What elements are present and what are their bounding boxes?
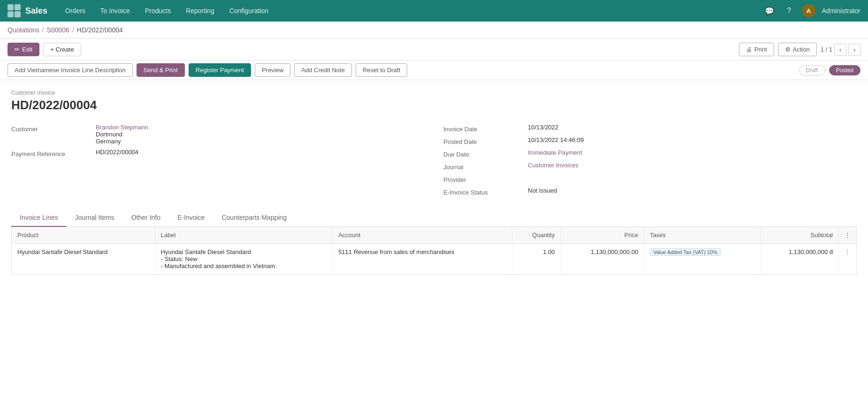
reset-to-draft-button[interactable]: Reset to Draft (356, 63, 407, 77)
app-title: Sales (25, 6, 47, 16)
nav-products[interactable]: Products (138, 4, 177, 17)
prev-page-button[interactable]: ‹ (834, 44, 846, 56)
action-bar: Add Vietnamese Invoice Line Description … (0, 60, 868, 80)
nav-configuration[interactable]: Configuration (223, 4, 275, 17)
preview-button[interactable]: Preview (255, 63, 290, 77)
invoice-date-row: Invoice Date 10/13/2022 (443, 124, 857, 133)
label-line-1: Hyundai Santafe Diesel Standard (161, 248, 327, 255)
invoice-date-value: 10/13/2022 (528, 124, 857, 131)
tab-counterparts-mapping[interactable]: Counterparts Mapping (213, 209, 295, 227)
form-right-column: Invoice Date 10/13/2022 Posted Date 10/1… (443, 124, 857, 200)
col-header-options: ⋮ (839, 227, 857, 244)
cell-quantity: 1.00 (512, 244, 561, 275)
breadcrumb: Quotations / S00006 / HD/2022/00004 (0, 22, 868, 39)
due-date-label: Due Date (443, 149, 528, 158)
provider-row: Provider (443, 174, 857, 183)
toolbar: ✏ Edit + Create 🖨 Print ⚙ Action 1 / 1 ‹… (0, 39, 868, 60)
provider-label: Provider (443, 174, 528, 183)
register-payment-button[interactable]: Register Payment (189, 63, 251, 77)
journal-label: Journal (443, 162, 528, 171)
cell-price: 1,130,000,000.00 (561, 244, 644, 275)
cell-product: Hyundai Santafe Diesel Standard (12, 244, 155, 275)
label-line-3: - Manufactured and assembled in Vietnam (161, 262, 327, 270)
nav-icons-group: 💬 ? A Administrator (763, 4, 860, 17)
customer-country: Germany (96, 138, 425, 145)
tabs: Invoice Lines Journal Items Other Info E… (11, 209, 857, 227)
tax-badge: Value Added Tax (VAT) 10% (650, 248, 721, 256)
form-type-label: Customer Invoice (11, 90, 857, 96)
payment-reference-label: Payment Reference (11, 149, 96, 157)
next-page-button[interactable]: › (848, 44, 860, 56)
posted-date-label: Posted Date (443, 136, 528, 145)
e-invoice-status-row: E-Invoice Status Not Issued (443, 187, 857, 196)
nav-to-invoice[interactable]: To Invoice (94, 4, 137, 17)
print-icon: 🖨 (746, 46, 752, 53)
breadcrumb-current: HD/2022/00004 (77, 26, 123, 34)
due-date-value[interactable]: Immediate Payment (528, 149, 857, 156)
tab-invoice-lines[interactable]: Invoice Lines (11, 209, 67, 227)
toolbar-right: 🖨 Print ⚙ Action 1 / 1 ‹ › (739, 43, 860, 56)
status-draft[interactable]: Draft (799, 65, 825, 75)
add-credit-note-button[interactable]: Add Credit Note (294, 63, 352, 77)
breadcrumb-sep-1: / (42, 26, 44, 34)
col-header-taxes: Taxes (644, 227, 760, 244)
invoice-lines-table-container: Product Label Account Quantity Price Tax… (11, 227, 857, 275)
form-grid: Customer Brandon Stepmann Dortmund Germa… (11, 124, 857, 200)
pagination: 1 / 1 ‹ › (821, 44, 860, 56)
breadcrumb-quotations[interactable]: Quotations (8, 26, 39, 34)
col-header-price: Price (561, 227, 644, 244)
avatar[interactable]: A (802, 4, 815, 17)
add-vn-invoice-button[interactable]: Add Vietnamese Invoice Line Description (8, 63, 133, 77)
app-grid-icon[interactable] (8, 4, 21, 17)
e-invoice-status-label: E-Invoice Status (443, 187, 528, 196)
edit-icon: ✏ (15, 46, 20, 53)
col-header-label: Label (155, 227, 333, 244)
cell-label: Hyundai Santafe Diesel Standard - Status… (155, 244, 333, 275)
top-navigation: Sales Orders To Invoice Products Reporti… (0, 0, 868, 22)
help-icon[interactable]: ? (783, 4, 796, 17)
customer-city: Dortmund (96, 131, 425, 138)
row-options-button[interactable]: ⋮ (839, 244, 857, 275)
chat-icon[interactable]: 💬 (763, 4, 776, 17)
send-print-button[interactable]: Send & Print (137, 63, 185, 77)
form-title: HD/2022/00004 (11, 98, 857, 112)
pagination-text: 1 / 1 (821, 46, 832, 53)
journal-value[interactable]: Customer Invoices (528, 162, 857, 169)
nav-orders[interactable]: Orders (59, 4, 92, 17)
payment-reference-value: HD/2022/00004 (96, 149, 425, 156)
journal-row: Journal Customer Invoices (443, 162, 857, 171)
action-button[interactable]: ⚙ Action (778, 43, 817, 56)
table-row: Hyundai Santafe Diesel Standard Hyundai … (12, 244, 856, 275)
status-posted[interactable]: Posted (829, 65, 860, 75)
table-header-row: Product Label Account Quantity Price Tax… (12, 227, 856, 244)
status-pills: Draft Posted (799, 65, 860, 75)
breadcrumb-sep-2: / (72, 26, 74, 34)
tab-e-invoice[interactable]: E-Invoice (169, 209, 213, 227)
breadcrumb-s00006[interactable]: S00006 (47, 26, 69, 34)
invoice-lines-table: Product Label Account Quantity Price Tax… (12, 227, 856, 274)
print-button[interactable]: 🖨 Print (739, 43, 774, 56)
label-line-2: - Status: New (161, 255, 327, 262)
customer-value: Brandon Stepmann Dortmund Germany (96, 124, 425, 145)
due-date-row: Due Date Immediate Payment (443, 149, 857, 158)
col-header-quantity: Quantity (512, 227, 561, 244)
tab-journal-items[interactable]: Journal Items (67, 209, 123, 227)
nav-menu: Orders To Invoice Products Reporting Con… (59, 4, 762, 17)
admin-name: Administrator (822, 7, 860, 15)
col-header-subtotal: Subtotal (760, 227, 839, 244)
customer-label: Customer (11, 124, 96, 133)
customer-name[interactable]: Brandon Stepmann (96, 124, 425, 131)
nav-reporting[interactable]: Reporting (179, 4, 221, 17)
create-button[interactable]: + Create (43, 43, 81, 56)
e-invoice-status-value: Not Issued (528, 187, 857, 194)
posted-date-row: Posted Date 10/13/2022 14:46:09 (443, 136, 857, 145)
cell-taxes: Value Added Tax (VAT) 10% (644, 244, 760, 275)
form-left-column: Customer Brandon Stepmann Dortmund Germa… (11, 124, 425, 200)
edit-button[interactable]: ✏ Edit (8, 43, 39, 56)
cell-account: 5111 Revenue from sales of merchandises (333, 244, 512, 275)
cell-subtotal: 1,130,000,000 đ (760, 244, 839, 275)
form-content: Customer Invoice HD/2022/00004 Customer … (0, 80, 868, 284)
payment-reference-row: Payment Reference HD/2022/00004 (11, 149, 425, 157)
posted-date-value: 10/13/2022 14:46:09 (528, 136, 857, 143)
tab-other-info[interactable]: Other Info (123, 209, 169, 227)
